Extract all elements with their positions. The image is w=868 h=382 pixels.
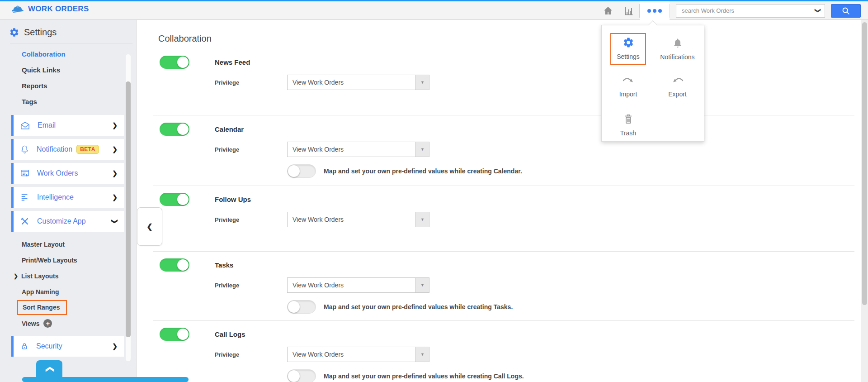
menu-item-label: Notifications <box>660 53 694 61</box>
privilege-value: View Work Orders <box>288 216 415 223</box>
submenu-item-sort-ranges[interactable]: Sort Ranges <box>0 300 136 315</box>
work-orders-icon <box>20 169 30 178</box>
topbar-separator <box>670 4 670 18</box>
sidebar-scrollbar-thumb[interactable] <box>126 81 131 337</box>
sidebar-item-customize-app[interactable]: Customize App ❯ <box>11 211 124 232</box>
submenu-item-app-naming[interactable]: App Naming <box>0 284 136 300</box>
section-follow-ups: Follow Ups Privilege View Work Orders ▼ <box>153 186 854 251</box>
sidebar-item-label: Intelligence <box>37 193 74 201</box>
beta-badge: BETA <box>76 145 99 154</box>
intelligence-icon <box>20 193 30 202</box>
app-title: WORK ORDERS <box>28 5 89 14</box>
reports-button[interactable] <box>618 1 639 20</box>
news-feed-privilege-select[interactable]: View Work Orders ▼ <box>287 75 429 90</box>
chevron-down-icon: ❯ <box>111 219 118 224</box>
menu-item-import[interactable]: Import <box>604 69 653 105</box>
tasks-privilege-select[interactable]: View Work Orders ▼ <box>287 277 429 293</box>
tasks-toggle[interactable] <box>160 258 189 272</box>
gear-icon <box>9 27 19 38</box>
sidebar-item-work-orders[interactable]: Work Orders ❯ <box>11 163 124 184</box>
call-logs-toggle[interactable] <box>160 328 189 341</box>
calendar-privilege-select[interactable]: View Work Orders ▼ <box>287 142 429 157</box>
top-bar: WORK ORDERS ❯ <box>0 0 868 20</box>
call-logs-privilege-select[interactable]: View Work Orders ▼ <box>287 347 429 362</box>
trash-icon <box>623 113 634 125</box>
select-arrow-icon: ▼ <box>415 142 429 157</box>
sidebar-scrollbar[interactable] <box>126 54 131 361</box>
sidebar-item-label: Notification <box>37 145 72 153</box>
privilege-value: View Work Orders <box>288 79 415 86</box>
main-content: Collaboration News Feed Privilege View W… <box>137 20 861 382</box>
submenu-item-master-layout[interactable]: Master Layout <box>0 236 136 252</box>
home-button[interactable] <box>598 1 618 20</box>
chevron-right-icon: ❯ <box>112 122 118 129</box>
page-scrollbar[interactable] <box>861 20 868 382</box>
chevron-right-icon: ❯ <box>112 194 118 201</box>
sidebar-item-notification[interactable]: Notification BETA ❯ <box>11 139 124 160</box>
menu-item-settings[interactable]: Settings <box>604 31 653 67</box>
privilege-label: Privilege <box>215 79 287 86</box>
search-button[interactable] <box>831 4 861 18</box>
more-options-button[interactable] <box>640 1 670 20</box>
section-news-feed: News Feed Privilege View Work Orders ▼ <box>153 56 861 115</box>
sidebar-item-intelligence[interactable]: Intelligence ❯ <box>11 187 124 208</box>
search-input[interactable] <box>676 5 811 17</box>
bottom-notification-bar <box>22 377 189 382</box>
map-values-text: Map and set your own pre-defined values … <box>324 167 522 175</box>
search-scope-dropdown-icon[interactable]: ❯ <box>815 4 821 18</box>
map-values-text: Map and set your own pre-defined values … <box>324 372 524 380</box>
section-label: Call Logs <box>215 330 245 338</box>
page-scrollbar-thumb[interactable] <box>862 22 867 305</box>
submenu-item-print-web-layouts[interactable]: Print/Web Layouts <box>0 252 136 268</box>
sidebar-item-email[interactable]: Email ❯ <box>11 115 124 136</box>
submenu-item-label: Views <box>22 320 39 327</box>
section-calendar: Calendar Privilege View Work Orders ▼ Ma… <box>153 115 854 186</box>
calendar-toggle[interactable] <box>160 123 189 136</box>
sidebar-link-quick-links[interactable]: Quick Links <box>0 62 136 78</box>
app-brand[interactable]: WORK ORDERS <box>11 4 89 14</box>
privilege-value: View Work Orders <box>288 282 415 289</box>
follow-ups-toggle[interactable] <box>160 193 189 206</box>
news-feed-toggle[interactable] <box>160 56 189 69</box>
plus-icon[interactable]: + <box>43 319 52 328</box>
submenu-item-list-layouts[interactable]: ❯ List Layouts <box>0 268 136 284</box>
tasks-map-toggle[interactable] <box>287 300 316 314</box>
scroll-to-top-button[interactable]: ❯ <box>36 360 62 378</box>
sidebar-item-label: Customize App <box>37 217 86 225</box>
sidebar-collapse-handle[interactable]: ❮ <box>137 207 162 246</box>
more-options-icon <box>658 9 662 13</box>
sidebar-item-security[interactable]: Security ❯ <box>11 336 124 357</box>
chevron-right-icon: ❯ <box>112 343 118 350</box>
menu-item-label: Export <box>668 91 686 98</box>
chevron-right-icon: ❯ <box>112 146 118 153</box>
lock-icon <box>20 341 29 351</box>
sidebar-divider <box>10 43 132 43</box>
sidebar-link-reports[interactable]: Reports <box>0 78 136 94</box>
menu-item-notifications[interactable]: Notifications <box>653 31 702 67</box>
sidebar-link-tags[interactable]: Tags <box>0 94 136 110</box>
submenu-item-views[interactable]: Views + <box>0 315 136 331</box>
sidebar-link-collaboration[interactable]: Collaboration <box>0 46 136 62</box>
menu-item-export[interactable]: Export <box>653 69 702 105</box>
section-label: Follow Ups <box>215 196 251 203</box>
menu-item-trash[interactable]: Trash <box>604 107 653 143</box>
bar-chart-icon <box>623 5 634 16</box>
gear-icon <box>623 37 634 48</box>
search-icon <box>841 6 851 16</box>
customize-icon <box>20 216 30 226</box>
more-options-icon <box>647 9 651 13</box>
envelope-icon <box>20 121 30 130</box>
sort-ranges-highlight-box: Sort Ranges <box>17 300 67 315</box>
home-icon <box>603 5 613 16</box>
menu-item-label: Settings <box>617 53 640 60</box>
customize-app-submenu: Master Layout Print/Web Layouts ❯ List L… <box>0 236 136 331</box>
chevron-left-icon: ❮ <box>146 222 152 231</box>
follow-ups-privilege-select[interactable]: View Work Orders ▼ <box>287 212 429 227</box>
calendar-map-toggle[interactable] <box>287 164 316 178</box>
privilege-label: Privilege <box>215 351 287 358</box>
section-label: Calendar <box>215 125 244 133</box>
call-logs-map-toggle[interactable] <box>287 369 316 382</box>
section-call-logs: Call Logs Privilege View Work Orders ▼ M… <box>153 320 854 382</box>
sidebar-header: Settings <box>0 20 136 43</box>
more-options-icon <box>653 9 656 13</box>
